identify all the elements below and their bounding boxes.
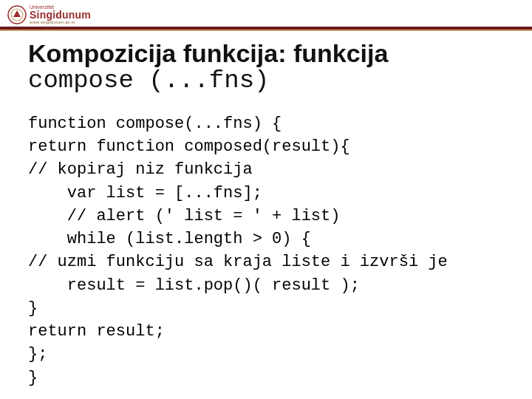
logo-url: www.singidunum.ac.rs bbox=[30, 20, 91, 24]
code-line: result = list.pop()( result ); bbox=[28, 276, 360, 295]
code-line: var list = [...fns]; bbox=[28, 184, 262, 202]
code-line: while (list.length > 0) { bbox=[28, 230, 311, 248]
logo-text: Univerzitet Singidunum www.singidunum.ac… bbox=[30, 4, 91, 24]
code-line: }; bbox=[28, 345, 47, 364]
code-line: return function composed(result){ bbox=[28, 137, 350, 156]
code-block: function compose(...fns) { return functi… bbox=[28, 112, 508, 389]
code-line: function compose(...fns) { bbox=[28, 115, 282, 133]
code-line: // kopiraj niz funkcija bbox=[28, 160, 253, 179]
code-line: // uzmi funkciju sa kraja liste i izvrši… bbox=[28, 253, 448, 271]
code-line: return result; bbox=[28, 322, 165, 341]
title-line-2: compose (...fns) bbox=[28, 67, 501, 95]
code-line: } bbox=[28, 369, 38, 387]
title-line-1: Kompozicija funkcija: funkcija bbox=[28, 40, 501, 67]
logo-name: Singidunum bbox=[30, 10, 91, 20]
slide-title: Kompozicija funkcija: funkcija compose (… bbox=[28, 40, 501, 94]
logo-emblem-icon bbox=[7, 5, 27, 24]
header-rule-light bbox=[0, 30, 532, 31]
logo: Univerzitet Singidunum www.singidunum.ac… bbox=[7, 4, 91, 24]
slide: Univerzitet Singidunum www.singidunum.ac… bbox=[0, 0, 532, 399]
code-line: // alert (' list = ' + list) bbox=[28, 207, 340, 225]
code-line: } bbox=[28, 299, 38, 318]
